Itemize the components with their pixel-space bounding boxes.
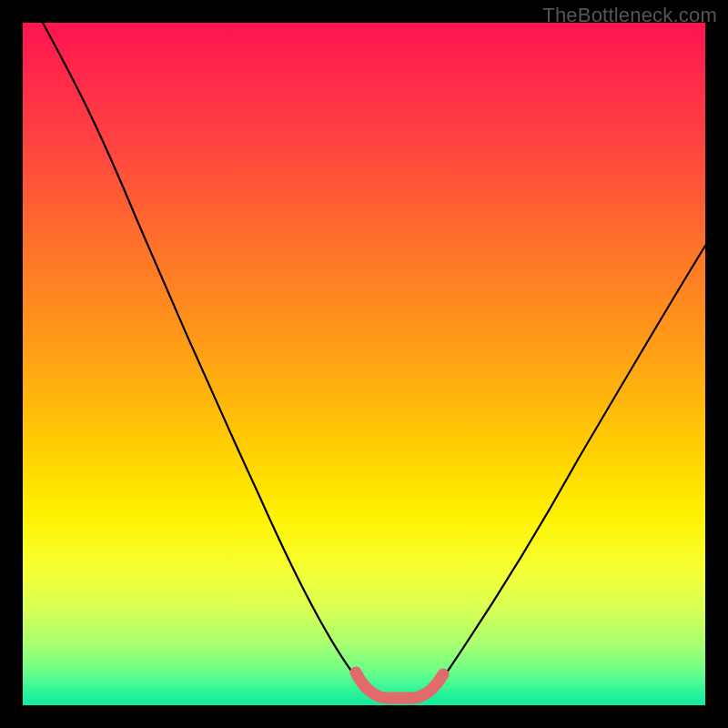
curve-path	[43, 23, 705, 698]
bottleneck-curve	[23, 23, 705, 705]
chart-stage: TheBottleneck.com	[0, 0, 728, 728]
highlight-path	[356, 672, 443, 698]
gradient-plot-area	[23, 23, 705, 705]
watermark-text: TheBottleneck.com	[542, 4, 717, 27]
